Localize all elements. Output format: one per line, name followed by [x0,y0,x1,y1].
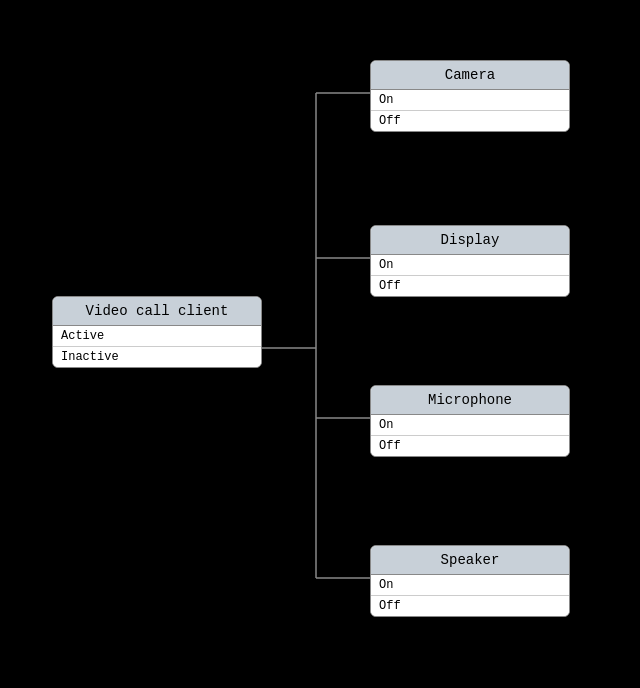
camera-off-row: Off [371,111,569,131]
video-call-client-header: Video call client [53,297,261,326]
speaker-on-row: On [371,575,569,596]
display-on-row: On [371,255,569,276]
display-off-row: Off [371,276,569,296]
camera-on-row: On [371,90,569,111]
speaker-node: Speaker On Off [370,545,570,617]
microphone-off-row: Off [371,436,569,456]
camera-node: Camera On Off [370,60,570,132]
video-active-row: Active [53,326,261,347]
display-header: Display [371,226,569,255]
display-node: Display On Off [370,225,570,297]
camera-header: Camera [371,61,569,90]
diagram: Video call client Active Inactive Camera… [0,0,640,688]
speaker-off-row: Off [371,596,569,616]
speaker-header: Speaker [371,546,569,575]
video-call-client-node: Video call client Active Inactive [52,296,262,368]
microphone-header: Microphone [371,386,569,415]
microphone-node: Microphone On Off [370,385,570,457]
video-inactive-row: Inactive [53,347,261,367]
microphone-on-row: On [371,415,569,436]
